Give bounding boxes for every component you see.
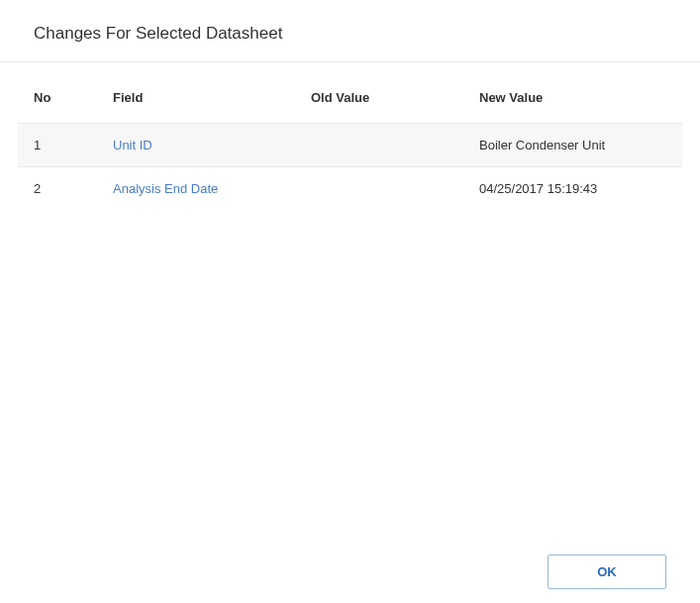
changes-dialog: Changes For Selected Datasheet No Field … xyxy=(0,0,700,603)
col-header-no: No xyxy=(18,62,97,124)
cell-no: 2 xyxy=(18,167,97,211)
table-header-row: No Field Old Value New Value xyxy=(18,62,682,124)
dialog-title: Changes For Selected Datasheet xyxy=(34,24,666,44)
dialog-body: No Field Old Value New Value 1 Unit ID B… xyxy=(0,62,700,541)
field-link[interactable]: Unit ID xyxy=(113,138,152,152)
field-link[interactable]: Analysis End Date xyxy=(113,181,218,196)
dialog-footer: OK xyxy=(0,541,700,603)
ok-button[interactable]: OK xyxy=(548,554,666,589)
cell-field: Analysis End Date xyxy=(97,167,295,211)
col-header-old: Old Value xyxy=(295,62,463,124)
table-row: 1 Unit ID Boiler Condenser Unit xyxy=(18,124,682,167)
cell-old xyxy=(295,124,463,167)
changes-table: No Field Old Value New Value 1 Unit ID B… xyxy=(18,62,682,210)
cell-no: 1 xyxy=(18,124,97,167)
col-header-new: New Value xyxy=(463,62,682,124)
dialog-header: Changes For Selected Datasheet xyxy=(0,0,700,62)
cell-field: Unit ID xyxy=(97,124,295,167)
table-row: 2 Analysis End Date 04/25/2017 15:19:43 xyxy=(18,167,682,211)
cell-new: 04/25/2017 15:19:43 xyxy=(463,167,682,211)
cell-new: Boiler Condenser Unit xyxy=(463,124,682,167)
cell-old xyxy=(295,167,463,211)
col-header-field: Field xyxy=(97,62,295,124)
